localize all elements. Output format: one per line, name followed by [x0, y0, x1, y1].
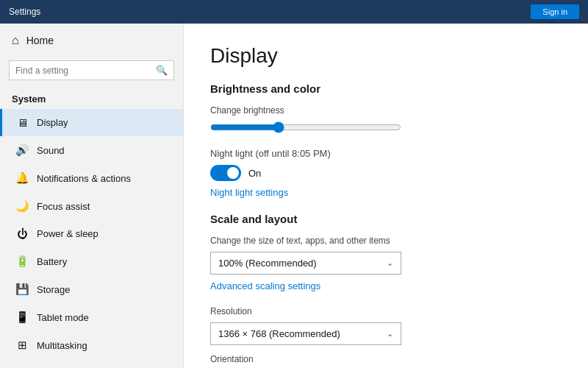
signin-button[interactable]: Sign in: [531, 4, 579, 19]
notifications-icon: 🔔: [15, 171, 29, 185]
home-icon: ⌂: [12, 34, 19, 47]
sidebar-item-label: Display: [37, 117, 68, 128]
scale-dropdown[interactable]: 100% (Recommended) ⌄: [210, 252, 401, 275]
scale-value: 100% (Recommended): [218, 258, 317, 269]
brightness-section: Brightness and color Change brightness N…: [210, 82, 562, 198]
power-icon: ⏻: [15, 227, 29, 240]
toggle-knob: [227, 167, 239, 179]
size-label: Change the size of text, apps, and other…: [210, 236, 562, 246]
sound-icon: 🔊: [15, 144, 29, 157]
sidebar-item-tablet[interactable]: 📱 Tablet mode: [0, 303, 183, 331]
search-input[interactable]: [15, 66, 156, 76]
sidebar-item-battery[interactable]: 🔋 Battery: [0, 247, 183, 275]
sidebar-item-label: Multitasking: [37, 340, 87, 351]
sidebar-section-label: System: [0, 88, 183, 109]
sidebar-item-notifications[interactable]: 🔔 Notifications & actions: [0, 164, 183, 192]
brightness-slider-container: [210, 121, 562, 136]
sidebar-item-label: Power & sleep: [37, 228, 98, 239]
tablet-icon: 📱: [15, 311, 29, 324]
sidebar-item-home[interactable]: ⌂ Home: [0, 24, 183, 57]
app-title: Settings: [9, 7, 40, 17]
search-icon: 🔍: [156, 65, 168, 76]
night-light-label: Night light (off until 8:05 PM): [210, 148, 562, 159]
sidebar-item-power[interactable]: ⏻ Power & sleep: [0, 220, 183, 247]
scale-section: Scale and layout Change the size of text…: [210, 213, 562, 368]
content-area: Display Brightness and color Change brig…: [184, 24, 588, 368]
sidebar-item-label: Storage: [37, 284, 71, 295]
sidebar-item-display[interactable]: 🖥 Display: [0, 109, 183, 136]
sidebar-item-label: Tablet mode: [37, 312, 89, 323]
sidebar-item-label: Notifications & actions: [37, 173, 131, 184]
night-light-row: Night light (off until 8:05 PM) On: [210, 148, 562, 181]
sidebar-item-label: Focus assist: [37, 201, 90, 212]
resolution-dropdown-arrow: ⌄: [387, 329, 393, 339]
scale-dropdown-arrow: ⌄: [387, 258, 393, 268]
toggle-label: On: [248, 168, 261, 179]
sidebar-item-label: Sound: [37, 145, 65, 156]
scale-section-title: Scale and layout: [210, 213, 562, 225]
top-bar: Settings Sign in: [0, 0, 588, 24]
storage-icon: 💾: [15, 283, 29, 296]
page-title: Display: [210, 44, 562, 68]
brightness-section-title: Brightness and color: [210, 82, 562, 95]
main-layout: ⌂ Home 🔍 System 🖥 Display 🔊 Sound 🔔 Noti…: [0, 24, 588, 368]
display-icon: 🖥: [15, 116, 29, 129]
sidebar-item-sound[interactable]: 🔊 Sound: [0, 136, 183, 164]
sidebar: ⌂ Home 🔍 System 🖥 Display 🔊 Sound 🔔 Noti…: [0, 24, 184, 368]
brightness-slider[interactable]: [210, 121, 401, 133]
toggle-row: On: [210, 165, 562, 181]
sidebar-item-storage[interactable]: 💾 Storage: [0, 275, 183, 303]
multitasking-icon: ⊞: [15, 339, 29, 352]
focus-icon: 🌙: [15, 199, 29, 213]
night-light-settings-link[interactable]: Night light settings: [210, 187, 562, 198]
brightness-label: Change brightness: [210, 105, 562, 116]
search-box[interactable]: 🔍: [9, 60, 174, 80]
battery-icon: 🔋: [15, 255, 29, 268]
sidebar-item-multitasking[interactable]: ⊞ Multitasking: [0, 331, 183, 359]
resolution-label: Resolution: [210, 306, 562, 316]
sidebar-item-label: Battery: [37, 256, 67, 267]
orientation-label: Orientation: [210, 354, 562, 364]
night-light-toggle[interactable]: [210, 165, 241, 181]
advanced-scaling-link[interactable]: Advanced scaling settings: [210, 280, 562, 291]
home-label: Home: [26, 35, 54, 46]
resolution-value: 1366 × 768 (Recommended): [218, 328, 340, 339]
resolution-dropdown[interactable]: 1366 × 768 (Recommended) ⌄: [210, 322, 401, 345]
sidebar-item-focus[interactable]: 🌙 Focus assist: [0, 192, 183, 220]
